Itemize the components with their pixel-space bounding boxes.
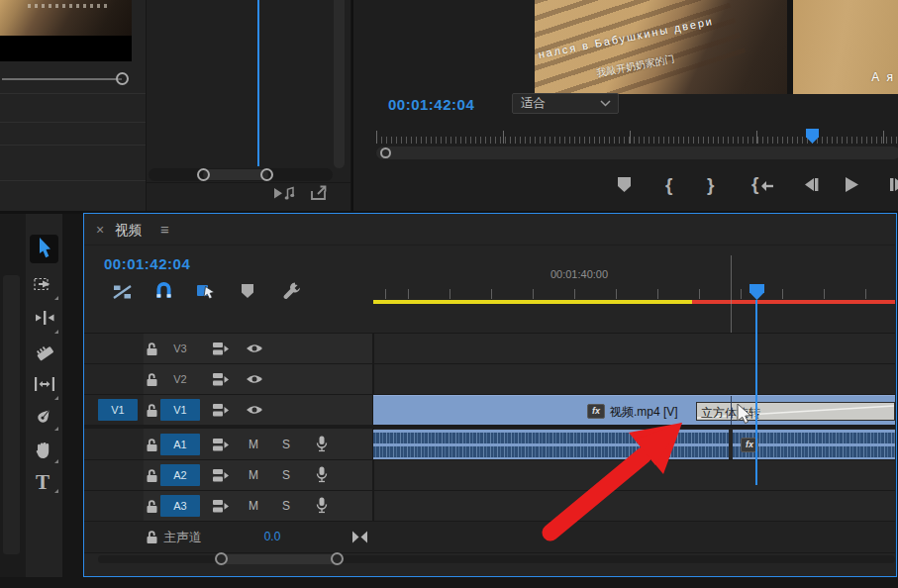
- lock-icon[interactable]: [146, 499, 158, 514]
- clip-fx-badge[interactable]: fx: [587, 404, 605, 419]
- track-row-v3: V3: [84, 334, 373, 363]
- go-to-in-button[interactable]: {: [751, 174, 774, 194]
- timeline-playhead-line[interactable]: [755, 300, 757, 485]
- track-label-v2[interactable]: V2: [160, 368, 200, 390]
- play-icon: [845, 176, 859, 193]
- master-track-label: 主声道: [163, 529, 202, 546]
- lock-icon[interactable]: [146, 530, 158, 544]
- sync-lock-icon[interactable]: [212, 403, 230, 418]
- linked-selection-toggle[interactable]: [196, 282, 218, 300]
- solo-button-a3[interactable]: S: [282, 499, 290, 513]
- preview-slider-handle[interactable]: [116, 72, 129, 85]
- microphone-icon[interactable]: [316, 436, 328, 452]
- effect-scrollbar-handle-left[interactable]: [197, 168, 210, 181]
- effect-vertical-scrollbar[interactable]: [334, 0, 345, 168]
- scrollbar-zoom-handle-right[interactable]: [331, 552, 344, 565]
- timeline-add-marker-button[interactable]: [241, 283, 254, 299]
- timeline-scrollbar-thumb[interactable]: [221, 554, 338, 564]
- corner-subtitle: А я: [871, 70, 895, 84]
- mute-button-a3[interactable]: M: [249, 499, 258, 513]
- monitor-scrub-bar[interactable]: [376, 147, 898, 159]
- track-select-icon: [34, 276, 55, 293]
- mark-in-button[interactable]: {: [665, 174, 672, 196]
- track-target-a3[interactable]: A3: [160, 495, 200, 517]
- type-tool[interactable]: T: [36, 471, 55, 495]
- magnet-icon: [154, 282, 173, 299]
- render-bar-yellow: [373, 300, 692, 304]
- track-label-v3[interactable]: V3: [160, 338, 200, 359]
- lock-icon[interactable]: [146, 403, 158, 418]
- step-forward-button[interactable]: [889, 177, 898, 192]
- microphone-icon[interactable]: [316, 466, 328, 483]
- snap-toggle[interactable]: [154, 282, 173, 299]
- video-clip-v1[interactable]: fx 视频.mp4 [V] 立方体旋转: [373, 395, 895, 425]
- panel-menu-button[interactable]: ≡: [160, 221, 169, 238]
- track-target-a2[interactable]: A2: [160, 464, 200, 486]
- render-bar-red: [692, 300, 895, 304]
- sync-lock-icon[interactable]: [212, 468, 230, 483]
- keyframe-bowtie-icon[interactable]: [351, 531, 368, 543]
- microphone-icon[interactable]: [316, 497, 328, 514]
- tools-panel: T: [26, 214, 62, 588]
- tab-video[interactable]: 视频: [115, 222, 142, 240]
- lock-icon[interactable]: [146, 342, 158, 356]
- nest-insert-toggle[interactable]: [112, 283, 133, 301]
- track-row-a1: A1 M S: [84, 430, 373, 459]
- slip-tool[interactable]: [34, 376, 55, 398]
- eye-icon[interactable]: [246, 373, 263, 385]
- export-frame-button[interactable]: [308, 185, 330, 202]
- mute-button-a2[interactable]: M: [249, 468, 258, 482]
- selection-tool[interactable]: [37, 238, 58, 259]
- ripple-edit-tool[interactable]: [34, 310, 55, 332]
- track-target-a1[interactable]: A1: [160, 434, 200, 455]
- zoom-level-dropdown[interactable]: 适合: [512, 93, 619, 114]
- scrub-handle[interactable]: [380, 147, 391, 158]
- project-panel-scrollbar[interactable]: [3, 275, 20, 554]
- eye-icon[interactable]: [246, 343, 263, 354]
- track-target-v1[interactable]: V1: [160, 399, 200, 421]
- step-back-button[interactable]: [803, 177, 820, 192]
- monitor-time-ruler[interactable]: [376, 126, 898, 145]
- bottom-strip: [0, 577, 898, 588]
- mute-button-a1[interactable]: M: [249, 438, 258, 451]
- program-timecode[interactable]: 00:01:42:04: [388, 96, 474, 113]
- sync-lock-icon[interactable]: [212, 438, 230, 452]
- audio-clip-a1-left[interactable]: [373, 430, 729, 459]
- premiere-app-window: нался в Бабушкины двери 我敲开奶奶家的门 А я 00:…: [0, 0, 898, 588]
- transition-clip[interactable]: 立方体旋转: [696, 402, 895, 421]
- lock-icon[interactable]: [146, 438, 158, 452]
- arrow-left-icon: [759, 180, 774, 192]
- timeline-ruler-ticks[interactable]: [373, 289, 895, 299]
- sync-lock-icon[interactable]: [212, 499, 230, 514]
- sync-lock-icon[interactable]: [212, 372, 230, 387]
- razor-tool[interactable]: [34, 343, 55, 364]
- effect-scrollbar-thumb[interactable]: [203, 169, 268, 180]
- pen-tool[interactable]: [34, 407, 55, 429]
- panel-close-button[interactable]: ×: [96, 222, 104, 238]
- transition-preview-thumbnail: [0, 0, 132, 61]
- lock-icon[interactable]: [146, 468, 158, 483]
- zoom-level-value: 适合: [513, 95, 600, 112]
- linked-selection-icon: [196, 282, 218, 300]
- hand-tool[interactable]: [34, 440, 55, 461]
- effect-scrollbar-handle-right[interactable]: [260, 168, 273, 181]
- solo-button-a1[interactable]: S: [282, 438, 290, 451]
- effect-horizontal-scrollbar[interactable]: [149, 168, 333, 181]
- scrollbar-zoom-handle-left[interactable]: [215, 552, 228, 565]
- mark-out-button[interactable]: }: [707, 174, 714, 196]
- video-clip-b: А я: [793, 0, 898, 94]
- timeline-timecode[interactable]: 00:01:42:04: [104, 255, 190, 272]
- master-level-value[interactable]: 0.0: [252, 530, 292, 543]
- sync-lock-icon[interactable]: [212, 342, 230, 356]
- effect-playhead-line[interactable]: [257, 0, 259, 166]
- eye-icon[interactable]: [246, 404, 263, 416]
- timeline-settings-button[interactable]: [282, 281, 302, 301]
- source-patch-v1[interactable]: V1: [98, 399, 138, 421]
- add-marker-button[interactable]: [617, 176, 632, 193]
- track-select-forward-tool[interactable]: [34, 276, 55, 298]
- solo-button-a2[interactable]: S: [282, 468, 290, 482]
- lock-icon[interactable]: [146, 372, 158, 387]
- preview-slider-track[interactable]: [2, 78, 122, 80]
- play-audio-button[interactable]: [273, 185, 297, 202]
- play-button[interactable]: [845, 176, 859, 193]
